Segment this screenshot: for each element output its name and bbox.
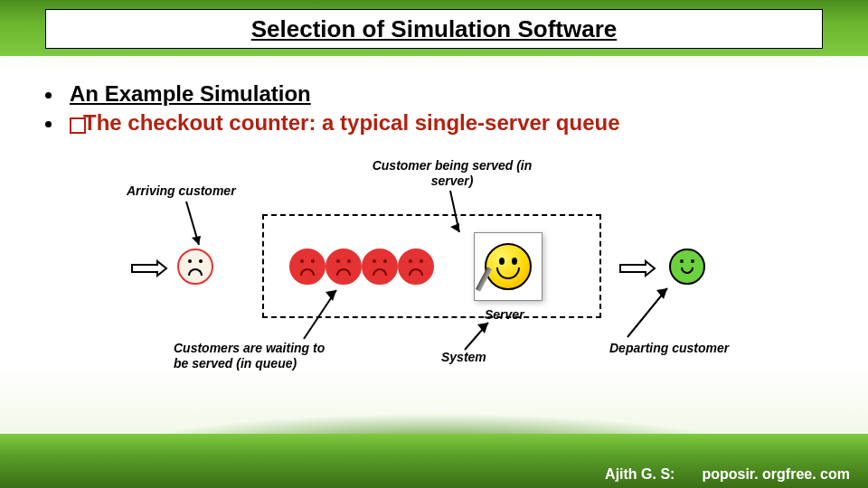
- svg-marker-7: [477, 323, 488, 333]
- slide: Selection of Simulation Software An Exam…: [0, 0, 868, 488]
- server-smiley-icon: [485, 243, 532, 290]
- queue-diagram: Arriving customer Customer being served …: [127, 167, 741, 375]
- bullet-dot-icon: [45, 92, 52, 99]
- bullet-item-2: The checkout counter: a typical single-s…: [45, 110, 832, 136]
- svg-marker-9: [656, 288, 667, 299]
- arrow-right-icon: [130, 259, 168, 281]
- bullet-item-1: An Example Simulation: [45, 81, 832, 107]
- label-waiting: Customers are waiting to be served (in q…: [174, 341, 336, 371]
- departing-customer-icon: [669, 249, 705, 285]
- pointer-arrow-icon: [459, 319, 495, 355]
- footer: Ajith G. S: poposir. orgfree. com: [605, 466, 850, 483]
- queued-customer-icon: [289, 249, 326, 285]
- queued-customer-icon: [362, 249, 398, 285]
- arriving-customer-icon: [177, 249, 213, 285]
- queued-customer-icon: [398, 249, 434, 285]
- label-departing: Departing customer: [609, 341, 729, 356]
- bullet-2-text: The checkout counter: a typical single-s…: [83, 110, 620, 136]
- footer-url: poposir. orgfree. com: [702, 466, 850, 483]
- footer-author: Ajith G. S:: [605, 466, 675, 483]
- bullet-list: An Example Simulation The checkout count…: [45, 81, 832, 139]
- server-box: [474, 232, 542, 301]
- label-arriving: Arriving customer: [127, 183, 236, 199]
- title-box: Selection of Simulation Software: [45, 9, 823, 49]
- bullet-dot-icon: [45, 121, 52, 127]
- pointer-arrow-icon: [622, 285, 676, 341]
- pencil-icon: [476, 267, 492, 292]
- bullet-1-text: An Example Simulation: [70, 81, 311, 107]
- missing-glyph-icon: [70, 117, 86, 134]
- arrow-right-icon: [618, 259, 656, 281]
- slide-title: Selection of Simulation Software: [251, 15, 618, 43]
- queued-customer-icon: [326, 249, 362, 285]
- pointer-arrow-icon: [179, 200, 206, 252]
- label-served: Customer being served (in server): [371, 158, 533, 189]
